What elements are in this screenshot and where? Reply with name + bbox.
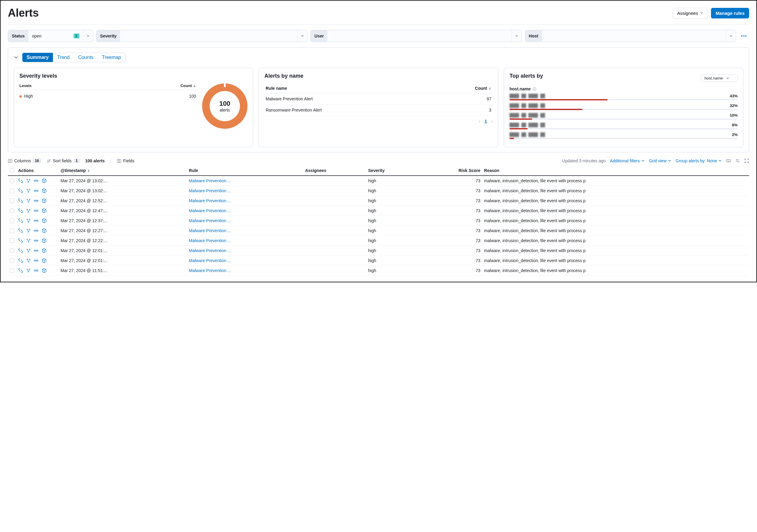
cube-icon[interactable] <box>42 258 46 263</box>
grid-view-link[interactable]: Grid view <box>649 158 671 163</box>
analyze-icon[interactable] <box>26 188 31 193</box>
table-row[interactable]: Mar 27, 2024 @ 12:27:...Malware Preventi… <box>8 226 749 236</box>
top-alert-bar[interactable]: ████ ██ ████ ██43% <box>509 94 738 100</box>
cube-icon[interactable] <box>42 268 46 273</box>
col-risk[interactable]: Risk Score <box>417 166 482 176</box>
col-assignees[interactable]: Assignees <box>303 166 366 176</box>
analyze-icon[interactable] <box>26 238 31 243</box>
session-icon[interactable] <box>34 208 39 213</box>
row-checkbox[interactable] <box>10 189 14 193</box>
top-alert-bar[interactable]: ████ ██ ████ ██2% <box>509 132 738 139</box>
cube-icon[interactable] <box>42 238 46 243</box>
session-icon[interactable] <box>34 268 39 273</box>
rule-link[interactable]: Malware Prevention ... <box>189 178 231 183</box>
expand-icon[interactable] <box>18 178 23 183</box>
manage-rules-button[interactable]: Manage rules <box>711 8 749 18</box>
rule-link[interactable]: Malware Prevention ... <box>189 198 231 203</box>
row-checkbox[interactable] <box>10 238 14 243</box>
analyze-icon[interactable] <box>26 248 31 253</box>
pager-current[interactable]: 1 <box>485 119 487 124</box>
expand-icon[interactable] <box>18 188 23 193</box>
session-icon[interactable] <box>34 218 39 223</box>
status-filter[interactable]: Status open 1 <box>8 30 93 42</box>
cube-icon[interactable] <box>42 208 46 213</box>
row-checkbox[interactable] <box>10 199 14 203</box>
expand-icon[interactable] <box>18 208 23 213</box>
user-filter[interactable]: User <box>311 30 522 42</box>
rule-link[interactable]: Malware Prevention ... <box>189 228 231 233</box>
expand-icon[interactable] <box>18 258 23 263</box>
session-icon[interactable] <box>34 228 39 233</box>
analyze-icon[interactable] <box>26 208 31 213</box>
row-checkbox[interactable] <box>10 248 14 253</box>
sort-down-icon[interactable] <box>193 84 196 87</box>
sort-fields-button[interactable]: Sort fields 1 <box>46 158 80 163</box>
expand-icon[interactable] <box>18 218 23 223</box>
more-filters-icon[interactable]: ••• <box>739 34 749 39</box>
session-icon[interactable] <box>34 198 39 203</box>
tab-trend[interactable]: Trend <box>53 53 74 62</box>
analyze-icon[interactable] <box>26 218 31 223</box>
alerts-by-name-row[interactable]: Ransomware Prevention Alert3 <box>264 104 493 116</box>
analyze-icon[interactable] <box>26 258 31 263</box>
cube-icon[interactable] <box>42 218 46 223</box>
table-row[interactable]: Mar 27, 2024 @ 12:01:...Malware Preventi… <box>8 246 749 256</box>
tab-counts[interactable]: Counts <box>74 53 98 62</box>
col-timestamp[interactable]: @timestamp <box>59 166 187 176</box>
tab-summary[interactable]: Summary <box>22 53 53 62</box>
col-severity[interactable]: Severity <box>366 166 417 176</box>
session-icon[interactable] <box>34 258 39 263</box>
collapse-icon[interactable] <box>14 55 18 60</box>
info-icon[interactable] <box>532 87 536 91</box>
row-checkbox[interactable] <box>10 209 14 213</box>
expand-icon[interactable] <box>18 268 23 273</box>
select-all-checkbox[interactable] <box>10 168 14 173</box>
table-row[interactable]: Mar 27, 2024 @ 12:47:...Malware Preventi… <box>8 206 749 216</box>
analyze-icon[interactable] <box>26 228 31 233</box>
rule-link[interactable]: Malware Prevention ... <box>189 208 231 213</box>
top-alert-bar[interactable]: ████ ██ ████ ██10% <box>509 113 738 120</box>
rule-link[interactable]: Malware Prevention ... <box>189 188 231 193</box>
table-row[interactable]: Mar 27, 2024 @ 13:02:...Malware Preventi… <box>8 176 749 186</box>
cube-icon[interactable] <box>42 178 46 183</box>
group-by-link[interactable]: Group alerts by: None <box>676 158 722 163</box>
assignees-dropdown[interactable]: Assignees <box>673 8 708 18</box>
settings-sliders-icon[interactable] <box>735 158 740 163</box>
table-row[interactable]: Mar 27, 2024 @ 12:52:...Malware Preventi… <box>8 196 749 206</box>
cube-icon[interactable] <box>42 198 46 203</box>
fields-button[interactable]: Fields <box>117 158 134 163</box>
session-icon[interactable] <box>34 238 39 243</box>
rule-link[interactable]: Malware Prevention ... <box>189 238 231 243</box>
row-checkbox[interactable] <box>10 218 14 223</box>
pager-next-icon[interactable]: › <box>491 119 493 124</box>
additional-filters-link[interactable]: Additional filters <box>610 158 645 163</box>
pager-prev-icon[interactable]: ‹ <box>479 119 480 124</box>
cube-icon[interactable] <box>42 248 46 253</box>
analyze-icon[interactable] <box>26 178 31 183</box>
keyboard-icon[interactable] <box>726 158 731 163</box>
session-icon[interactable] <box>34 188 39 193</box>
table-row[interactable]: Mar 27, 2024 @ 12:37:...Malware Preventi… <box>8 216 749 226</box>
severity-filter[interactable]: Severity <box>96 30 308 42</box>
fullscreen-icon[interactable] <box>744 158 749 163</box>
analyze-icon[interactable] <box>26 268 31 273</box>
table-row[interactable]: Mar 27, 2024 @ 12:01:...Malware Preventi… <box>8 256 749 266</box>
rule-link[interactable]: Malware Prevention ... <box>189 268 231 273</box>
analyze-icon[interactable] <box>26 198 31 203</box>
sort-down-icon[interactable] <box>488 87 491 90</box>
cube-icon[interactable] <box>42 188 46 193</box>
table-row[interactable]: Mar 27, 2024 @ 11:51:...Malware Preventi… <box>8 266 749 276</box>
session-icon[interactable] <box>34 248 39 253</box>
expand-icon[interactable] <box>18 228 23 233</box>
row-checkbox[interactable] <box>10 268 14 273</box>
rule-link[interactable]: Malware Prevention ... <box>189 248 231 253</box>
alerts-by-name-row[interactable]: Malware Prevention Alert97 <box>264 94 493 104</box>
row-checkbox[interactable] <box>10 259 14 263</box>
col-rule[interactable]: Rule <box>187 166 303 176</box>
tab-treemap[interactable]: Treemap <box>98 53 125 62</box>
rule-link[interactable]: Malware Prevention ... <box>189 258 231 263</box>
cube-icon[interactable] <box>42 228 46 233</box>
expand-icon[interactable] <box>18 238 23 243</box>
col-reason[interactable]: Reason <box>482 166 749 176</box>
top-alert-bar[interactable]: ████ ██ ████ ██8% <box>509 123 738 129</box>
